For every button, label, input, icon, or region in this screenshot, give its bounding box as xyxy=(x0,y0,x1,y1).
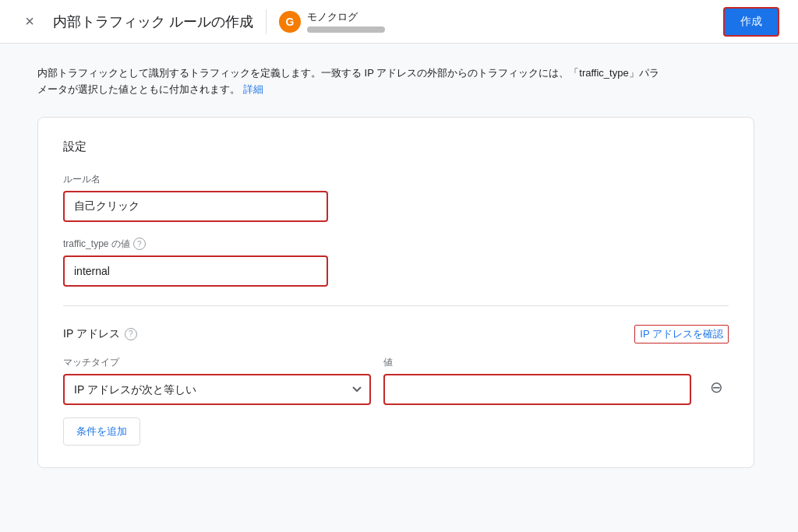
settings-card: 設定 ルール名 traffic_type の値 ? IP アドレス ? IP ア… xyxy=(37,117,754,468)
value-label: 値 xyxy=(383,356,691,369)
rule-name-input[interactable] xyxy=(63,191,328,222)
account-id xyxy=(307,26,385,33)
account-text: モノクログ xyxy=(307,10,385,33)
traffic-type-group: traffic_type の値 ? xyxy=(63,238,729,287)
ip-section-title: IP アドレス ? xyxy=(63,327,137,341)
header-divider xyxy=(266,9,267,34)
add-condition-button[interactable]: 条件を追加 xyxy=(63,417,140,446)
match-type-group: マッチタイプ IP アドレスが次と等しい IP アドレスが次で始まる IP アド… xyxy=(63,356,371,405)
account-name: モノクログ xyxy=(307,10,385,24)
header-left: × 内部トラフィック ルールの作成 G モノクログ xyxy=(19,9,385,34)
match-type-row: マッチタイプ IP アドレスが次と等しい IP アドレスが次で始まる IP アド… xyxy=(63,356,729,405)
traffic-type-label: traffic_type の値 ? xyxy=(63,238,729,251)
match-type-select[interactable]: IP アドレスが次と等しい IP アドレスが次で始まる IP アドレスが次で終わ… xyxy=(63,374,371,405)
match-type-label: マッチタイプ xyxy=(63,356,371,369)
close-button[interactable]: × xyxy=(19,11,41,33)
ip-help-icon[interactable]: ? xyxy=(125,328,137,340)
traffic-type-input[interactable] xyxy=(63,255,328,287)
rule-name-group: ルール名 xyxy=(63,173,729,222)
main-content: 内部トラフィックとして識別するトラフィックを定義します。一致する IP アドレス… xyxy=(0,44,798,532)
header: × 内部トラフィック ルールの作成 G モノクログ 作成 xyxy=(0,0,798,44)
page-title: 内部トラフィック ルールの作成 xyxy=(53,12,253,31)
ga-logo-icon: G xyxy=(279,11,301,33)
section-title: 設定 xyxy=(63,139,729,154)
value-group: 値 xyxy=(383,356,691,405)
ip-check-link[interactable]: IP アドレスを確認 xyxy=(634,325,729,344)
ip-section-header: IP アドレス ? IP アドレスを確認 xyxy=(63,325,729,344)
create-button[interactable]: 作成 xyxy=(723,7,779,37)
account-info: G モノクログ xyxy=(279,10,385,33)
remove-condition-button[interactable]: ⊖ xyxy=(704,375,729,400)
detail-link[interactable]: 詳細 xyxy=(243,83,263,95)
value-input[interactable] xyxy=(383,374,691,405)
description-text: 内部トラフィックとして識別するトラフィックを定義します。一致する IP アドレス… xyxy=(37,65,661,98)
rule-name-label: ルール名 xyxy=(63,173,729,186)
traffic-type-help-icon[interactable]: ? xyxy=(133,238,146,250)
section-divider xyxy=(63,305,729,306)
